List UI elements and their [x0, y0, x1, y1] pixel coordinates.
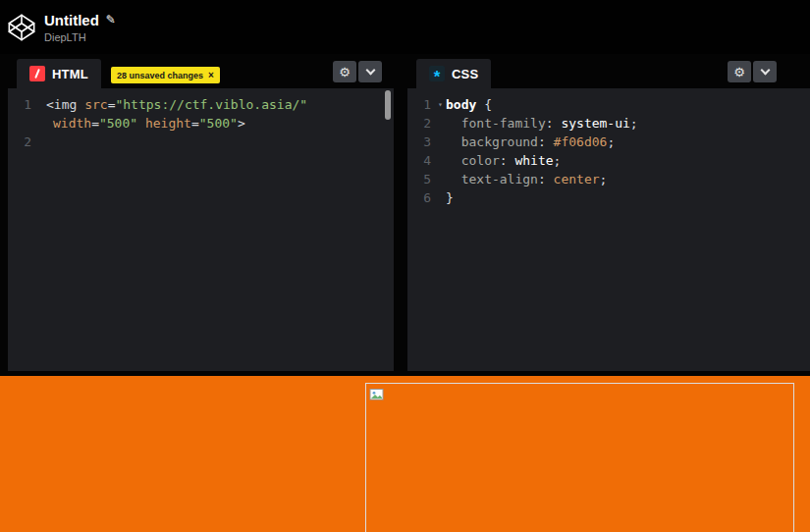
panel-divider[interactable]: [394, 54, 407, 371]
line-number: 6: [407, 188, 435, 207]
tab-html-label: HTML: [52, 67, 88, 81]
broken-image-icon: [369, 387, 385, 402]
line-number: 2: [8, 133, 35, 151]
tab-html[interactable]: HTML: [17, 59, 101, 88]
code-line: 6}: [407, 188, 810, 207]
line-number: 2: [407, 114, 435, 133]
fold-caret-icon[interactable]: ▾: [435, 95, 446, 114]
tab-css[interactable]: * CSS: [416, 59, 491, 88]
badge-close-icon[interactable]: ×: [208, 70, 214, 80]
css-collapse-button[interactable]: [753, 61, 777, 82]
editor-area: HTML 28 unsaved changes × ⚙ 1<img src="h…: [0, 54, 810, 376]
pen-author: DiepLTH: [44, 31, 116, 43]
line-number: 4: [407, 151, 435, 170]
gear-icon: ⚙: [733, 65, 745, 80]
code-line: 4 color: white;: [407, 151, 810, 170]
html-icon: [29, 66, 45, 81]
html-collapse-button[interactable]: [358, 61, 382, 82]
html-panel: HTML 28 unsaved changes × ⚙ 1<img src="h…: [8, 54, 394, 371]
css-panel: * CSS ⚙ 1▾body {2 font-family: system-ui…: [407, 54, 810, 371]
codepen-logo-icon[interactable]: [6, 12, 37, 43]
unsaved-changes-badge[interactable]: 28 unsaved changes ×: [111, 67, 220, 83]
line-number: 1: [407, 95, 435, 114]
line-number: 1: [8, 95, 35, 114]
pen-title[interactable]: Untitled: [44, 12, 99, 28]
css-icon: *: [429, 66, 445, 81]
code-line: width="500" height="500">: [8, 114, 394, 133]
css-code-editor[interactable]: 1▾body {2 font-family: system-ui;3 backg…: [407, 88, 810, 371]
badge-text: 28 unsaved changes: [117, 71, 203, 80]
css-panel-header: * CSS ⚙: [407, 54, 810, 88]
html-editor-scrollbar[interactable]: [385, 90, 391, 120]
top-bar: Untitled ✎ DiepLTH: [0, 0, 810, 54]
code-line: 3 background: #f06d06;: [407, 133, 810, 151]
chevron-down-icon: [760, 65, 770, 75]
chevron-down-icon: [365, 65, 375, 75]
broken-image: [365, 383, 794, 532]
html-settings-button[interactable]: ⚙: [333, 61, 356, 82]
code-line: 1▾body {: [407, 95, 810, 114]
line-number: 3: [407, 133, 435, 151]
code-line: 2: [8, 133, 394, 151]
edit-title-icon[interactable]: ✎: [106, 13, 116, 27]
html-code-editor[interactable]: 1<img src="https://ctf.viblo.asia/"width…: [8, 88, 394, 371]
gear-icon: ⚙: [339, 65, 351, 80]
css-settings-button[interactable]: ⚙: [728, 61, 751, 82]
preview-pane: [0, 376, 810, 532]
code-line: 2 font-family: system-ui;: [407, 114, 810, 133]
tab-css-label: CSS: [452, 67, 478, 81]
line-number: 5: [407, 170, 435, 188]
code-line: 5 text-align: center;: [407, 170, 810, 188]
code-line: 1<img src="https://ctf.viblo.asia/": [8, 95, 394, 114]
html-panel-header: HTML 28 unsaved changes × ⚙: [8, 54, 394, 88]
